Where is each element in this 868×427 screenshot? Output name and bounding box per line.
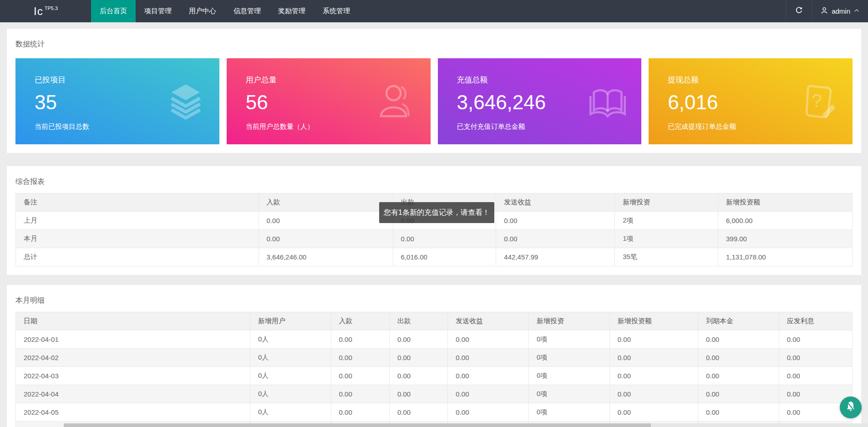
table-cell: 0.00	[393, 230, 496, 248]
username-label: admin	[832, 7, 850, 15]
table-cell: 0项	[529, 385, 610, 403]
table-cell: 0.00	[609, 367, 698, 385]
table-cell: 0.00	[698, 403, 779, 422]
table-cell: 1项	[615, 230, 718, 248]
question-doc-icon: ?	[798, 81, 840, 123]
table-cell: 0.00	[609, 330, 698, 349]
table-cell: 0.00	[331, 349, 389, 367]
table-header-row: 日期新增用户入款出款发送收益新增投资新增投资额到期本金应发利息	[16, 312, 853, 330]
report-section-title: 综合报表	[15, 177, 853, 187]
table-cell: 0人	[250, 330, 331, 349]
stat-card-invested-projects: 已投项目 35 当前已投项目总数	[15, 58, 219, 144]
bell-slash-icon	[844, 400, 858, 415]
topbar-right: admin	[786, 0, 868, 22]
nav-item-rewards[interactable]: 奖励管理	[269, 0, 314, 22]
table-cell: 0.00	[448, 403, 529, 422]
refresh-icon	[795, 6, 803, 16]
column-header: 发送收益	[496, 193, 615, 212]
stats-section-title: 数据统计	[15, 40, 853, 49]
nav-item-projects[interactable]: 项目管理	[136, 0, 180, 22]
table-row: 2022-04-040人0.000.000.000项0.000.000.00	[16, 385, 853, 403]
nav-item-home[interactable]: 后台首页	[91, 0, 136, 22]
horizontal-scrollbar-thumb[interactable]	[64, 423, 651, 427]
table-cell: 35笔	[615, 248, 718, 266]
nav-item-info[interactable]: 信息管理	[225, 0, 269, 22]
column-header: 发送收益	[448, 312, 529, 330]
column-header: 入款	[259, 193, 393, 212]
refresh-button[interactable]	[786, 0, 812, 22]
user-menu[interactable]: admin	[812, 0, 868, 22]
table-cell: 0.00	[331, 403, 389, 422]
column-header: 新增投资额	[609, 312, 698, 330]
table-cell: 0.00	[496, 230, 615, 248]
card-subtitle: 当前已投项目总数	[35, 122, 219, 131]
app-logo[interactable]: Ic TP5.3	[0, 0, 91, 22]
logo-version: TP5.3	[45, 5, 58, 11]
table-cell: 0项	[529, 330, 610, 349]
stat-card-total-users: 用户总量 56 当前用户总数量（人）	[227, 58, 431, 144]
book-icon	[587, 81, 629, 123]
column-header: 新增投资	[529, 312, 610, 330]
stat-card-total-withdraw: 提现总额 6,016 已完成提现订单总金额 ?	[649, 58, 853, 144]
table-cell: 0.00	[389, 385, 447, 403]
table-cell: 2022-04-05	[16, 403, 250, 422]
table-row: 本月0.000.000.001项399.00	[16, 230, 853, 248]
table-cell: 本月	[16, 230, 259, 248]
stat-card-total-recharge: 充值总额 3,646,246 已支付充值订单总金额	[438, 58, 642, 144]
stat-cards: 已投项目 35 当前已投项目总数 用户总量 56 当前用户总数量（人）	[15, 58, 853, 144]
table-cell: 0.00	[331, 367, 389, 385]
table-cell: 0.00	[698, 367, 779, 385]
table-cell: 442,457.99	[496, 248, 615, 266]
table-row: 2022-04-010人0.000.000.000项0.000.000.00	[16, 330, 853, 349]
card-subtitle: 已完成提现订单总金额	[668, 122, 853, 131]
main-nav: 后台首页 项目管理 用户中心 信息管理 奖励管理 系统管理	[91, 0, 359, 22]
table-cell: 0.00	[698, 385, 779, 403]
table-cell: 0.00	[779, 385, 852, 403]
column-header: 到期本金	[698, 312, 779, 330]
table-cell: 2项	[615, 212, 718, 230]
column-header: 入款	[331, 312, 389, 330]
table-cell: 0.00	[389, 349, 447, 367]
nav-item-label: 用户中心	[189, 7, 216, 15]
table-cell: 0.00	[448, 385, 529, 403]
user-icon	[376, 81, 418, 123]
table-cell: 2022-04-01	[16, 330, 250, 349]
table-cell: 0.00	[331, 330, 389, 349]
table-row: 2022-04-030人0.000.000.000项0.000.000.00	[16, 367, 853, 385]
table-cell: 0.00	[609, 349, 698, 367]
table-row: 2022-04-050人0.000.000.000项0.000.000.00	[16, 403, 853, 422]
card-subtitle: 已支付充值订单总金额	[457, 122, 642, 131]
detail-table: 日期新增用户入款出款发送收益新增投资新增投资额到期本金应发利息2022-04-0…	[15, 312, 853, 427]
table-cell: 0.00	[448, 330, 529, 349]
table-cell: 0.00	[259, 212, 393, 230]
table-cell: 0.00	[389, 330, 447, 349]
table-cell: 0人	[250, 349, 331, 367]
nav-item-system[interactable]: 系统管理	[314, 0, 359, 22]
svg-text:?: ?	[812, 90, 822, 111]
detail-panel: 本月明细 日期新增用户入款出款发送收益新增投资新增投资额到期本金应发利息2022…	[7, 285, 861, 427]
table-cell: 3,646,246.00	[259, 248, 393, 266]
column-header: 新增用户	[250, 312, 331, 330]
table-cell: 0.00	[389, 403, 447, 422]
stats-panel: 数据统计 已投项目 35 当前已投项目总数 用户总量 56 当前	[7, 29, 861, 153]
table-cell: 0.00	[259, 230, 393, 248]
top-navbar: Ic TP5.3 后台首页 项目管理 用户中心 信息管理 奖励管理 系统管理	[0, 0, 868, 22]
mute-notifications-button[interactable]	[840, 396, 862, 418]
table-cell: 2022-04-04	[16, 385, 250, 403]
table-cell: 0项	[529, 403, 610, 422]
table-cell: 0人	[250, 403, 331, 422]
table-cell: 0.00	[496, 212, 615, 230]
table-cell: 0.00	[331, 385, 389, 403]
table-cell: 0.00	[779, 349, 852, 367]
column-header: 应发利息	[779, 312, 852, 330]
detail-section-title: 本月明细	[15, 296, 853, 305]
logo-text: Ic	[34, 5, 43, 18]
table-cell: 0项	[529, 349, 610, 367]
table-row: 总计3,646,246.006,016.00442,457.9935笔1,131…	[16, 248, 853, 266]
table-cell: 6,000.00	[718, 212, 853, 230]
column-header: 新增投资额	[718, 193, 853, 212]
nav-item-users[interactable]: 用户中心	[180, 0, 225, 22]
nav-item-label: 项目管理	[144, 7, 172, 15]
table-cell: 0.00	[448, 349, 529, 367]
table-cell: 2022-04-03	[16, 367, 250, 385]
